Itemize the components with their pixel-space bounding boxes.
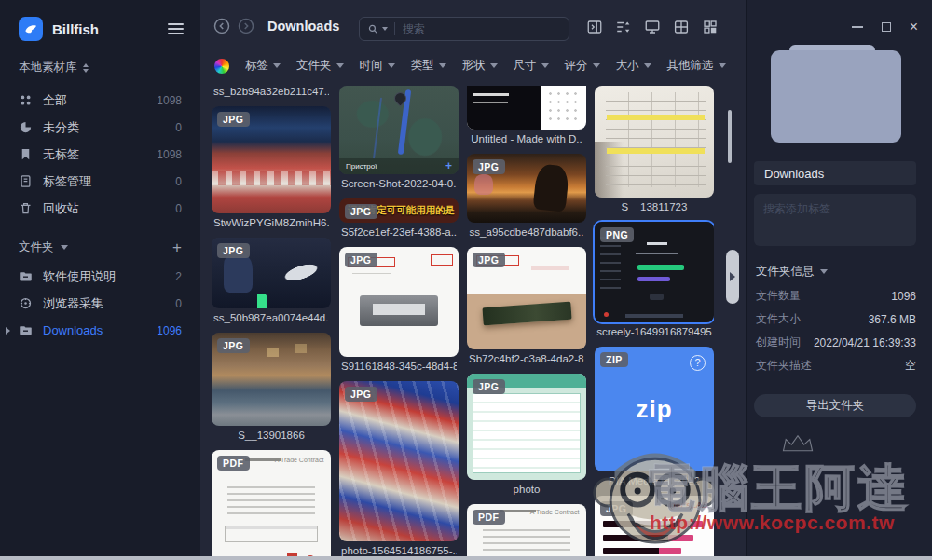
thumbnail-card[interactable]: JPG bbox=[212, 333, 331, 426]
thumbnail-label: S__13901866 bbox=[213, 430, 329, 442]
sidebar-item-untagged[interactable]: 无标签 1098 bbox=[0, 141, 200, 168]
monitor-icon[interactable] bbox=[644, 19, 661, 35]
zip-text: zip bbox=[636, 395, 672, 424]
browser-collect-icon bbox=[19, 296, 33, 310]
thumbnail-card[interactable]: JPG bbox=[212, 106, 331, 213]
thumbnail-image bbox=[467, 86, 586, 130]
folder-body-shape bbox=[771, 50, 901, 143]
item-count: 0 bbox=[175, 121, 182, 134]
sort-updown-icon bbox=[83, 63, 89, 73]
thumbnail-card[interactable]: A Trade Contract PDF bbox=[212, 450, 331, 556]
maximize-button[interactable] bbox=[882, 20, 891, 34]
thumbnail-card-selected[interactable]: PNG bbox=[595, 222, 714, 322]
thumbnail-card[interactable]: JPG bbox=[212, 238, 331, 308]
thumbnail-image: Пристрої + bbox=[339, 86, 459, 174]
chart-bar bbox=[603, 521, 704, 527]
inspector-panel: × 文件夹信息 文件数量 1096 文件大小 367.6 MB bbox=[746, 0, 932, 556]
filetype-badge: PDF bbox=[473, 510, 505, 525]
filter-size-dim[interactable]: 尺寸 bbox=[514, 58, 549, 74]
folder-icon bbox=[19, 269, 33, 283]
grid-scrollbar[interactable] bbox=[728, 110, 732, 163]
minimize-button[interactable] bbox=[852, 20, 863, 34]
sidebar-item-recycle-bin[interactable]: 回收站 0 bbox=[0, 195, 200, 222]
sidebar-item-tag-manager[interactable]: 标签管理 0 bbox=[0, 168, 200, 195]
library-selector[interactable]: 本地素材库 bbox=[0, 41, 200, 75]
close-button[interactable]: × bbox=[910, 20, 918, 34]
sidebar-folder-downloads[interactable]: Downloads 1096 bbox=[0, 317, 200, 344]
collage-view-icon[interactable] bbox=[702, 19, 719, 35]
folder-info-rows: 文件数量 1096 文件大小 367.6 MB 创建时间 2022/04/21 … bbox=[756, 284, 916, 377]
tag-input-box[interactable] bbox=[754, 194, 916, 246]
layout-grid-icon[interactable] bbox=[673, 19, 690, 35]
sidebar-item-all[interactable]: 全部 1098 bbox=[0, 87, 200, 114]
filter-shape[interactable]: 形状 bbox=[462, 58, 498, 74]
chevron-down-icon bbox=[593, 63, 600, 68]
sidebar-folder-manual[interactable]: 软件使用说明 2 bbox=[0, 263, 200, 290]
sidebar-folder-browser-collect[interactable]: 浏览器采集 0 bbox=[0, 290, 200, 317]
export-folder-button[interactable]: 导出文件夹 bbox=[754, 394, 916, 417]
panel-expand-handle[interactable] bbox=[726, 250, 739, 304]
thumbnail-card[interactable] bbox=[595, 86, 714, 198]
search-type-caret-icon[interactable] bbox=[382, 27, 388, 31]
search-box[interactable] bbox=[359, 17, 569, 41]
bookmark-icon bbox=[19, 147, 33, 161]
thumbnail-card[interactable]: JPG bbox=[339, 381, 459, 541]
expand-triangle-icon[interactable] bbox=[6, 327, 10, 335]
thumbnail-card[interactable]: JPG bbox=[467, 154, 586, 223]
thumbnail-card[interactable]: zip ? ZIP bbox=[595, 347, 714, 471]
sort-options-icon[interactable] bbox=[615, 19, 632, 35]
filetype-badge: JPG bbox=[473, 253, 505, 267]
red-dot bbox=[604, 312, 609, 317]
folders-section-header[interactable]: 文件夹 + bbox=[0, 231, 200, 263]
thumbnail-grid: ss_b2b94a32eb211c47.. JPG StwWizPYGiM8Zm… bbox=[212, 86, 714, 556]
add-folder-button[interactable]: + bbox=[172, 239, 182, 255]
search-input[interactable] bbox=[403, 22, 561, 35]
menu-icon[interactable] bbox=[168, 23, 184, 34]
sidebar-menu: 全部 1098 未分类 0 无标签 1098 标签管理 0 回收站 0 bbox=[0, 87, 200, 222]
folder-info-header[interactable]: 文件夹信息 bbox=[756, 264, 828, 280]
filter-other[interactable]: 其他筛选 bbox=[667, 58, 726, 74]
folder-preview bbox=[771, 45, 901, 143]
filter-folder[interactable]: 文件夹 bbox=[296, 58, 344, 74]
filetype-badge: JPG bbox=[600, 501, 633, 516]
filetype-badge: JPG bbox=[345, 204, 377, 219]
filetype-badge: ZIP bbox=[600, 352, 628, 367]
sidebar-item-unclassified[interactable]: 未分类 0 bbox=[0, 114, 200, 141]
back-button[interactable] bbox=[212, 17, 231, 35]
thumbnail-card[interactable]: A Trade Contract PDF bbox=[467, 504, 586, 556]
thumbnail-card[interactable]: igor'sLAB JPG bbox=[595, 496, 714, 556]
thumbnail-label: S__13811723 bbox=[596, 201, 712, 213]
thumbnail-card[interactable]: 记得肯定可可能用用的是 JPG bbox=[339, 198, 459, 223]
chevron-down-icon bbox=[336, 63, 344, 68]
filter-filesize[interactable]: 大小 bbox=[616, 58, 651, 74]
item-count: 0 bbox=[175, 202, 182, 215]
folder-name-input[interactable] bbox=[764, 167, 906, 181]
thumbnail-label: S91161848-345c-48d4-8.. bbox=[341, 361, 457, 373]
filetype-badge: JPG bbox=[473, 379, 505, 394]
thumbnail-card[interactable]: JPG bbox=[467, 374, 586, 480]
app-title: Billfish bbox=[52, 21, 168, 37]
filter-rating[interactable]: 评分 bbox=[565, 58, 600, 74]
filter-time[interactable]: 时间 bbox=[360, 58, 395, 74]
thumbnail-card[interactable]: Пристрої + bbox=[339, 86, 459, 174]
grid-column: Untitled - Made with D.. JPG ss_a95cdbe4… bbox=[467, 86, 586, 556]
chart-bar bbox=[603, 535, 693, 541]
item-count: 0 bbox=[175, 175, 182, 188]
help-icon[interactable]: ? bbox=[690, 355, 706, 371]
logo-row: Billfish bbox=[0, 0, 200, 41]
map-place-label: Пристрої bbox=[346, 162, 377, 171]
item-count: 1098 bbox=[157, 94, 182, 107]
filter-tags[interactable]: 标签 bbox=[245, 58, 281, 74]
thumbnail-card[interactable]: JPG bbox=[339, 247, 459, 357]
tag-input[interactable] bbox=[754, 194, 916, 246]
collapse-panel-icon[interactable] bbox=[586, 19, 603, 35]
view-toolbar bbox=[586, 19, 719, 35]
filter-type[interactable]: 类型 bbox=[411, 58, 446, 74]
color-filter-icon[interactable] bbox=[214, 59, 229, 74]
page-title: Downloads bbox=[267, 19, 339, 34]
thumbnail-card[interactable] bbox=[467, 86, 586, 130]
forward-button[interactable] bbox=[237, 17, 255, 35]
item-count: 0 bbox=[175, 297, 182, 310]
folder-name-field[interactable] bbox=[754, 161, 916, 185]
thumbnail-card[interactable]: JPG bbox=[467, 247, 586, 349]
